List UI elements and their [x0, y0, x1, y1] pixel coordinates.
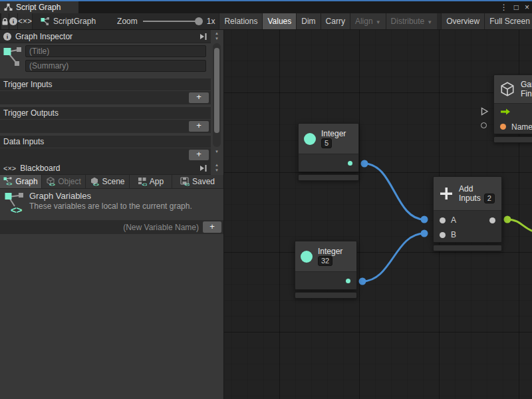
add-variable-button[interactable]: +	[203, 221, 221, 233]
data-inputs-list: +	[0, 148, 211, 162]
node-footer	[493, 136, 532, 143]
integer-output-port[interactable]	[348, 161, 352, 166]
node-footer	[298, 174, 359, 181]
zoom-slider-handle[interactable]	[195, 17, 203, 25]
full-screen-button[interactable]: Full Screen	[484, 13, 532, 29]
wire-endpoint	[421, 230, 428, 237]
wire-endpoint	[359, 278, 366, 285]
add-icon	[439, 186, 454, 201]
integer-icon	[301, 251, 313, 263]
wire-endpoint	[361, 160, 368, 168]
graph-variables-icon: <>	[5, 192, 26, 217]
add-trigger-input-button[interactable]: +	[189, 92, 209, 103]
integer-output-port[interactable]	[346, 279, 350, 283]
svg-text:<>: <>	[11, 204, 23, 215]
node-footer	[433, 245, 502, 251]
values-button[interactable]: Values	[262, 13, 296, 29]
titlebar: Script Graph ⋮ □ ×	[0, 1, 532, 13]
graph-canvas[interactable]: Integer 5 Integer 32	[224, 30, 532, 399]
new-variable-row: +	[0, 220, 223, 234]
lock-button[interactable]	[1, 13, 9, 29]
toolbar-right-buttons: Relations Values Dim Carry Align ▼ Distr…	[219, 13, 532, 29]
input-port-a[interactable]	[440, 217, 446, 223]
menu-icon[interactable]: ⋮	[500, 3, 508, 12]
control-flow-arrow-icon[interactable]	[500, 108, 511, 115]
script-graph-icon	[41, 17, 50, 26]
info-button[interactable]: i	[9, 13, 18, 29]
tab-saved[interactable]: <> Saved	[172, 175, 223, 188]
scene-tab-icon: <>	[90, 177, 99, 186]
pop-out-icon[interactable]	[198, 164, 208, 172]
graph-icon	[3, 46, 23, 70]
close-icon[interactable]: ×	[525, 3, 529, 12]
zoom-slider[interactable]	[143, 17, 201, 25]
chevron-down-icon: ▼	[376, 19, 381, 25]
inputs-count-field[interactable]: 2	[484, 194, 495, 203]
add-trigger-output-button[interactable]: +	[189, 121, 209, 132]
node-add[interactable]: Add Inputs 2 A B	[433, 176, 502, 251]
node-footer	[295, 292, 357, 299]
distribute-dropdown[interactable]: Distribute ▼	[386, 13, 438, 29]
node-integer-5[interactable]: Integer 5	[298, 123, 359, 181]
graph-name: ScriptGraph	[53, 17, 96, 26]
code-view-button[interactable]: <×>	[18, 13, 33, 29]
graph-variables-title: Graph Variables	[29, 191, 91, 201]
node-integer-32[interactable]: Integer 32	[295, 241, 357, 299]
zoom-value: 1x	[207, 17, 215, 26]
relations-button[interactable]: Relations	[219, 13, 262, 29]
zoom-slider-track	[143, 21, 201, 22]
info-icon: i	[9, 17, 17, 25]
maximize-icon[interactable]: □	[514, 3, 519, 12]
graph-title-input[interactable]	[25, 45, 206, 57]
tab-object[interactable]: <> Object	[42, 175, 86, 188]
pop-out-icon[interactable]	[198, 33, 208, 41]
find-control-row	[494, 104, 532, 119]
scroll-up-icon[interactable]: ▲	[213, 31, 221, 35]
graph-inspector-header: i Graph Inspector	[0, 30, 211, 43]
integer-value-field[interactable]: 32	[318, 256, 332, 266]
overview-button[interactable]: Overview	[441, 13, 484, 29]
zoom-control: Zoom 1x	[113, 13, 219, 29]
scrollbar-thumb[interactable]	[214, 48, 219, 133]
tab-scene[interactable]: <> Scene	[86, 175, 130, 188]
add-output-port[interactable]	[489, 217, 495, 223]
integer-value-field[interactable]: 5	[321, 138, 332, 148]
lock-icon	[1, 17, 9, 26]
add-data-input-button[interactable]: +	[189, 150, 209, 160]
svg-text:<>: <>	[142, 182, 147, 187]
tab-graph[interactable]: <> Graph	[0, 175, 42, 188]
node-gameobject-find[interactable]: Gam Fin Name	[493, 74, 532, 143]
graph-summary-input[interactable]	[25, 60, 206, 72]
scroll-down-icon[interactable]: ▼	[213, 168, 221, 172]
script-graph-window: Script Graph ⋮ □ × i <×>	[0, 0, 532, 399]
section-trigger-outputs: Trigger Outputs	[0, 107, 211, 119]
carry-button[interactable]: Carry	[321, 13, 350, 29]
script-graph-tab-icon	[4, 3, 13, 11]
trigger-inputs-list: +	[0, 91, 211, 104]
value-input-port[interactable]	[481, 122, 487, 128]
chevron-down-icon: ▼	[427, 19, 432, 25]
svg-text:<>: <>	[7, 181, 13, 186]
align-dropdown[interactable]: Align ▼	[350, 13, 386, 29]
svg-text:<>: <>	[93, 182, 99, 187]
wire-integer32-to-add-b	[362, 233, 424, 281]
graph-inspector-title: Graph Inspector	[15, 32, 72, 41]
add-input-row-b: B	[434, 227, 501, 242]
object-tab-icon: <>	[46, 177, 55, 186]
variables-brackets-icon: <×>	[3, 164, 16, 172]
section-data-inputs: Data Inputs	[0, 136, 211, 148]
wire-integer5-to-add-a	[364, 164, 424, 219]
inputs-label: Inputs	[459, 194, 481, 203]
name-input-port[interactable]	[500, 124, 506, 130]
dim-button[interactable]: Dim	[296, 13, 320, 29]
svg-text:<>: <>	[49, 182, 55, 187]
control-input-port[interactable]	[481, 107, 489, 116]
scroll-down-icon[interactable]: ▼	[213, 37, 221, 41]
new-variable-input[interactable]	[0, 223, 203, 232]
input-port-b[interactable]	[440, 232, 446, 238]
tab-script-graph[interactable]: Script Graph	[0, 1, 78, 13]
tab-app[interactable]: <> App	[130, 175, 172, 188]
scroll-up-icon[interactable]: ▲	[213, 163, 221, 167]
graph-toolbar: i <×> ScriptGraph Zoom 1x Rela	[0, 13, 532, 30]
scroll-down-icon[interactable]: ▼	[213, 150, 221, 154]
